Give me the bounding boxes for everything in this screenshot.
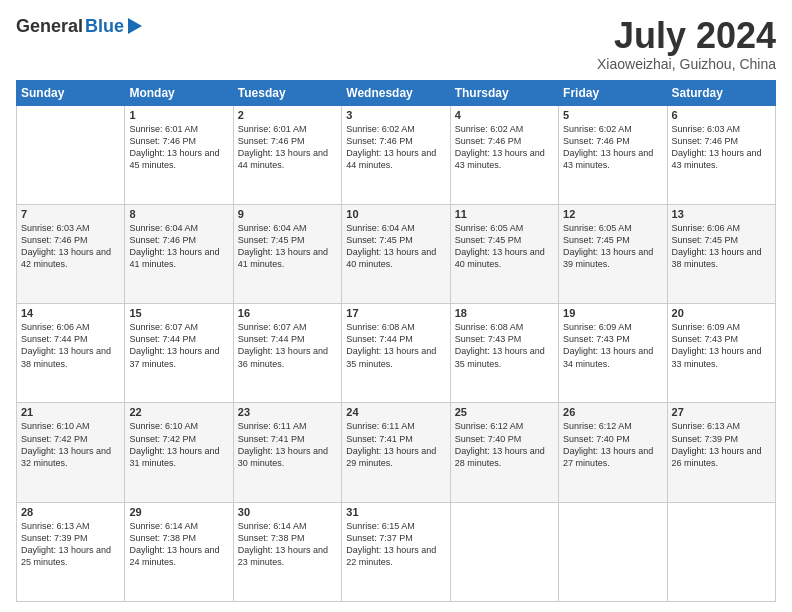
day-number: 4 xyxy=(455,109,554,121)
calendar-cell xyxy=(667,502,775,601)
calendar-cell: 12 Sunrise: 6:05 AMSunset: 7:45 PMDaylig… xyxy=(559,204,667,303)
calendar-cell: 15 Sunrise: 6:07 AMSunset: 7:44 PMDaylig… xyxy=(125,304,233,403)
cell-info: Sunrise: 6:03 AMSunset: 7:46 PMDaylight:… xyxy=(21,222,120,271)
calendar-cell: 5 Sunrise: 6:02 AMSunset: 7:46 PMDayligh… xyxy=(559,105,667,204)
calendar-cell: 7 Sunrise: 6:03 AMSunset: 7:46 PMDayligh… xyxy=(17,204,125,303)
calendar-cell xyxy=(559,502,667,601)
cell-info: Sunrise: 6:08 AMSunset: 7:43 PMDaylight:… xyxy=(455,321,554,370)
calendar-cell: 11 Sunrise: 6:05 AMSunset: 7:45 PMDaylig… xyxy=(450,204,558,303)
calendar-cell: 27 Sunrise: 6:13 AMSunset: 7:39 PMDaylig… xyxy=(667,403,775,502)
calendar-cell: 2 Sunrise: 6:01 AMSunset: 7:46 PMDayligh… xyxy=(233,105,341,204)
month-title: July 2024 xyxy=(597,16,776,56)
cell-info: Sunrise: 6:04 AMSunset: 7:46 PMDaylight:… xyxy=(129,222,228,271)
day-number: 21 xyxy=(21,406,120,418)
day-number: 30 xyxy=(238,506,337,518)
calendar-week-row: 28 Sunrise: 6:13 AMSunset: 7:39 PMDaylig… xyxy=(17,502,776,601)
calendar-cell: 30 Sunrise: 6:14 AMSunset: 7:38 PMDaylig… xyxy=(233,502,341,601)
calendar-cell: 1 Sunrise: 6:01 AMSunset: 7:46 PMDayligh… xyxy=(125,105,233,204)
calendar-week-row: 21 Sunrise: 6:10 AMSunset: 7:42 PMDaylig… xyxy=(17,403,776,502)
calendar-cell: 25 Sunrise: 6:12 AMSunset: 7:40 PMDaylig… xyxy=(450,403,558,502)
calendar-cell: 24 Sunrise: 6:11 AMSunset: 7:41 PMDaylig… xyxy=(342,403,450,502)
calendar-header-wednesday: Wednesday xyxy=(342,80,450,105)
cell-info: Sunrise: 6:05 AMSunset: 7:45 PMDaylight:… xyxy=(455,222,554,271)
cell-info: Sunrise: 6:07 AMSunset: 7:44 PMDaylight:… xyxy=(129,321,228,370)
day-number: 13 xyxy=(672,208,771,220)
calendar-cell: 17 Sunrise: 6:08 AMSunset: 7:44 PMDaylig… xyxy=(342,304,450,403)
day-number: 9 xyxy=(238,208,337,220)
calendar-header-sunday: Sunday xyxy=(17,80,125,105)
calendar-header-monday: Monday xyxy=(125,80,233,105)
cell-info: Sunrise: 6:06 AMSunset: 7:44 PMDaylight:… xyxy=(21,321,120,370)
cell-info: Sunrise: 6:14 AMSunset: 7:38 PMDaylight:… xyxy=(238,520,337,569)
calendar-header-saturday: Saturday xyxy=(667,80,775,105)
cell-info: Sunrise: 6:09 AMSunset: 7:43 PMDaylight:… xyxy=(672,321,771,370)
day-number: 17 xyxy=(346,307,445,319)
location: Xiaoweizhai, Guizhou, China xyxy=(597,56,776,72)
calendar-cell: 28 Sunrise: 6:13 AMSunset: 7:39 PMDaylig… xyxy=(17,502,125,601)
cell-info: Sunrise: 6:12 AMSunset: 7:40 PMDaylight:… xyxy=(455,420,554,469)
day-number: 25 xyxy=(455,406,554,418)
day-number: 8 xyxy=(129,208,228,220)
day-number: 31 xyxy=(346,506,445,518)
calendar-cell: 13 Sunrise: 6:06 AMSunset: 7:45 PMDaylig… xyxy=(667,204,775,303)
cell-info: Sunrise: 6:10 AMSunset: 7:42 PMDaylight:… xyxy=(21,420,120,469)
cell-info: Sunrise: 6:07 AMSunset: 7:44 PMDaylight:… xyxy=(238,321,337,370)
day-number: 23 xyxy=(238,406,337,418)
day-number: 3 xyxy=(346,109,445,121)
calendar-cell: 20 Sunrise: 6:09 AMSunset: 7:43 PMDaylig… xyxy=(667,304,775,403)
day-number: 28 xyxy=(21,506,120,518)
cell-info: Sunrise: 6:15 AMSunset: 7:37 PMDaylight:… xyxy=(346,520,445,569)
calendar-cell: 31 Sunrise: 6:15 AMSunset: 7:37 PMDaylig… xyxy=(342,502,450,601)
calendar-cell xyxy=(450,502,558,601)
calendar-cell: 8 Sunrise: 6:04 AMSunset: 7:46 PMDayligh… xyxy=(125,204,233,303)
day-number: 20 xyxy=(672,307,771,319)
day-number: 22 xyxy=(129,406,228,418)
cell-info: Sunrise: 6:02 AMSunset: 7:46 PMDaylight:… xyxy=(563,123,662,172)
cell-info: Sunrise: 6:06 AMSunset: 7:45 PMDaylight:… xyxy=(672,222,771,271)
day-number: 16 xyxy=(238,307,337,319)
calendar-week-row: 1 Sunrise: 6:01 AMSunset: 7:46 PMDayligh… xyxy=(17,105,776,204)
cell-info: Sunrise: 6:09 AMSunset: 7:43 PMDaylight:… xyxy=(563,321,662,370)
logo-blue-text: Blue xyxy=(85,16,124,37)
day-number: 24 xyxy=(346,406,445,418)
cell-info: Sunrise: 6:05 AMSunset: 7:45 PMDaylight:… xyxy=(563,222,662,271)
calendar-cell xyxy=(17,105,125,204)
cell-info: Sunrise: 6:11 AMSunset: 7:41 PMDaylight:… xyxy=(238,420,337,469)
cell-info: Sunrise: 6:04 AMSunset: 7:45 PMDaylight:… xyxy=(238,222,337,271)
calendar-cell: 9 Sunrise: 6:04 AMSunset: 7:45 PMDayligh… xyxy=(233,204,341,303)
calendar-header-row: SundayMondayTuesdayWednesdayThursdayFrid… xyxy=(17,80,776,105)
cell-info: Sunrise: 6:08 AMSunset: 7:44 PMDaylight:… xyxy=(346,321,445,370)
calendar-cell: 4 Sunrise: 6:02 AMSunset: 7:46 PMDayligh… xyxy=(450,105,558,204)
calendar-header-friday: Friday xyxy=(559,80,667,105)
logo-general-text: General xyxy=(16,16,83,37)
day-number: 12 xyxy=(563,208,662,220)
calendar-cell: 3 Sunrise: 6:02 AMSunset: 7:46 PMDayligh… xyxy=(342,105,450,204)
cell-info: Sunrise: 6:11 AMSunset: 7:41 PMDaylight:… xyxy=(346,420,445,469)
day-number: 11 xyxy=(455,208,554,220)
logo: General Blue xyxy=(16,16,142,37)
calendar-cell: 18 Sunrise: 6:08 AMSunset: 7:43 PMDaylig… xyxy=(450,304,558,403)
cell-info: Sunrise: 6:10 AMSunset: 7:42 PMDaylight:… xyxy=(129,420,228,469)
cell-info: Sunrise: 6:01 AMSunset: 7:46 PMDaylight:… xyxy=(129,123,228,172)
cell-info: Sunrise: 6:13 AMSunset: 7:39 PMDaylight:… xyxy=(21,520,120,569)
day-number: 26 xyxy=(563,406,662,418)
title-area: July 2024 Xiaoweizhai, Guizhou, China xyxy=(597,16,776,72)
cell-info: Sunrise: 6:01 AMSunset: 7:46 PMDaylight:… xyxy=(238,123,337,172)
cell-info: Sunrise: 6:02 AMSunset: 7:46 PMDaylight:… xyxy=(455,123,554,172)
calendar-cell: 14 Sunrise: 6:06 AMSunset: 7:44 PMDaylig… xyxy=(17,304,125,403)
day-number: 29 xyxy=(129,506,228,518)
calendar-cell: 29 Sunrise: 6:14 AMSunset: 7:38 PMDaylig… xyxy=(125,502,233,601)
calendar-header-tuesday: Tuesday xyxy=(233,80,341,105)
calendar-week-row: 7 Sunrise: 6:03 AMSunset: 7:46 PMDayligh… xyxy=(17,204,776,303)
calendar-table: SundayMondayTuesdayWednesdayThursdayFrid… xyxy=(16,80,776,602)
day-number: 10 xyxy=(346,208,445,220)
day-number: 18 xyxy=(455,307,554,319)
calendar-week-row: 14 Sunrise: 6:06 AMSunset: 7:44 PMDaylig… xyxy=(17,304,776,403)
calendar-cell: 10 Sunrise: 6:04 AMSunset: 7:45 PMDaylig… xyxy=(342,204,450,303)
cell-info: Sunrise: 6:03 AMSunset: 7:46 PMDaylight:… xyxy=(672,123,771,172)
calendar-cell: 19 Sunrise: 6:09 AMSunset: 7:43 PMDaylig… xyxy=(559,304,667,403)
calendar-cell: 23 Sunrise: 6:11 AMSunset: 7:41 PMDaylig… xyxy=(233,403,341,502)
calendar-cell: 6 Sunrise: 6:03 AMSunset: 7:46 PMDayligh… xyxy=(667,105,775,204)
day-number: 15 xyxy=(129,307,228,319)
day-number: 1 xyxy=(129,109,228,121)
